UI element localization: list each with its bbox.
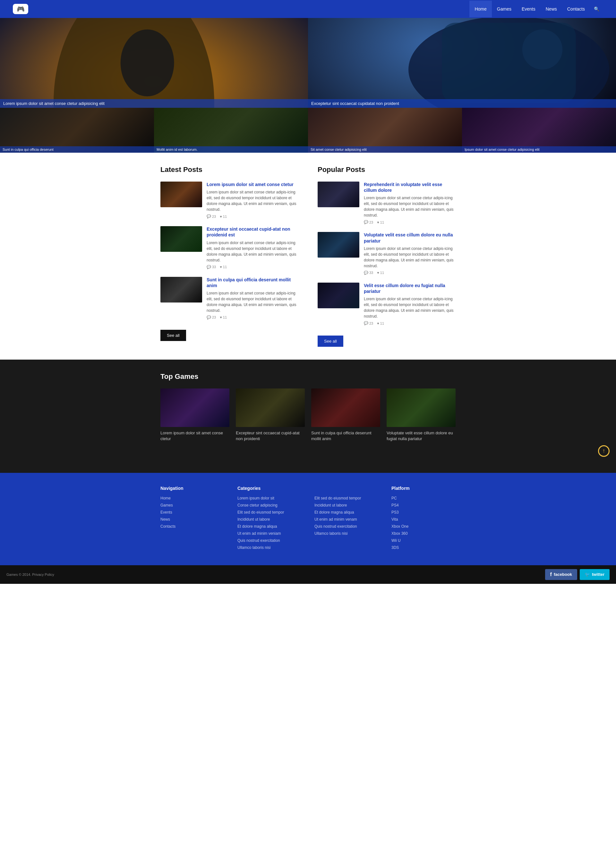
latest-post-item: Sunt in culpa qui officia deserunt molli…: [160, 277, 299, 319]
pop-excerpt-2: Lorem ipsum dolor sit amet conse ctetur …: [364, 246, 456, 269]
footer-cat2-link[interactable]: Elit sed do eiusmod tempor: [314, 496, 379, 500]
pop-content-1: Reprehenderit in voluptate velit esse ci…: [364, 182, 456, 224]
pop-title-2[interactable]: Voluptate velit esse cillum dolore eu nu…: [364, 232, 456, 244]
pop-title-3[interactable]: Velit esse cillum dolore eu fugiat nulla…: [364, 283, 456, 294]
twitter-button[interactable]: 🐦 twitter: [580, 569, 610, 580]
hero-item-1[interactable]: Lorem ipsum dolor sit amet conse ctetur …: [0, 18, 308, 108]
footer-nav-news[interactable]: News: [160, 517, 225, 522]
pop-thumb-2[interactable]: [317, 232, 359, 258]
post-excerpt-2: Lorem ipsum dolor sit amet conse ctetur …: [207, 240, 299, 263]
footer-bottom: Games © 2014. Privacy Policy f facebook …: [0, 565, 616, 584]
pop-excerpt-3: Lorem ipsum dolor sit amet conse ctetur …: [364, 296, 456, 319]
game-card-1[interactable]: Lorem ipsum dolor sit amet conse ctetur: [160, 388, 229, 442]
post-excerpt-1: Lorem ipsum dolor sit amet conse ctetur …: [207, 189, 299, 212]
footer-cat-link[interactable]: Incididunt ut labore: [237, 517, 302, 522]
pop-meta-2: 💬 33 ♥ 11: [364, 271, 456, 275]
post-content-3: Sunt in culpa qui officia deserunt molli…: [207, 277, 299, 319]
hero-small-caption-1: Sunt in culpa qui officia deserunt: [0, 146, 154, 153]
footer-navigation: Navigation Home Games Events News Contac…: [160, 485, 225, 552]
nav-contacts[interactable]: Contacts: [562, 1, 590, 17]
footer-cat-link[interactable]: Ut enim ad minim veniam: [237, 531, 302, 536]
footer-cat-link[interactable]: Lorem ipsum dolor sit: [237, 496, 302, 500]
like-count-1: ♥ 11: [220, 214, 227, 218]
nav-events[interactable]: Events: [517, 1, 541, 17]
facebook-label: facebook: [554, 572, 572, 577]
hero-small-1[interactable]: Sunt in culpa qui officia deserunt: [0, 108, 154, 153]
game-card-3[interactable]: Sunt in culpa qui officia deserunt molli…: [311, 388, 380, 442]
latest-posts-title: Latest Posts: [160, 165, 299, 174]
pop-like-count-1: ♥ 11: [377, 220, 384, 224]
post-title-3[interactable]: Sunt in culpa qui officia deserunt molli…: [207, 277, 299, 288]
footer-platform-xboxone[interactable]: Xbox One: [391, 524, 456, 529]
footer-platform-3ds[interactable]: 3DS: [391, 545, 456, 550]
post-title-2[interactable]: Excepteur sint occaecat cupid-atat non p…: [207, 226, 299, 238]
pop-comment-count-2: 💬 33: [364, 271, 373, 275]
footer-platform-wiiu[interactable]: Wii U: [391, 538, 456, 543]
game-card-2[interactable]: Excepteur sint occaecat cupid-atat non p…: [236, 388, 305, 442]
hero-small-4[interactable]: Ipsum dolor sit amet conse ctetur adipis…: [462, 108, 616, 153]
footer-nav-home[interactable]: Home: [160, 496, 225, 500]
hero-item-2[interactable]: Exceptetur sint occaecat cupidatat non p…: [308, 18, 616, 108]
post-thumb-3[interactable]: [160, 277, 202, 303]
popular-posts: Popular Posts Reprehenderit in voluptate…: [317, 165, 456, 347]
comment-count-3: 💬 23: [207, 315, 216, 319]
nav-news[interactable]: News: [541, 1, 562, 17]
footer-cat-link[interactable]: Quis nostrud exercitation: [237, 538, 302, 543]
facebook-button[interactable]: f facebook: [545, 569, 577, 580]
header: 🎮 Home Games Events News Contacts 🔍: [0, 0, 616, 18]
footer-cat2-link[interactable]: Incididunt ut labore: [314, 503, 379, 507]
nav-games[interactable]: Games: [492, 1, 517, 17]
hero-caption-1: Lorem ipsum dolor sit amet conse ctetur …: [0, 99, 308, 108]
footer-platform-xbox360[interactable]: Xbox 360: [391, 531, 456, 536]
footer-platform-vita[interactable]: Vita: [391, 517, 456, 522]
pop-meta-3: 💬 23 ♥ 11: [364, 321, 456, 325]
popular-posts-title: Popular Posts: [317, 165, 456, 174]
hero-caption-2: Exceptetur sint occaecat cupidatat non p…: [308, 99, 616, 108]
latest-see-all-button[interactable]: See all: [160, 330, 186, 341]
pop-excerpt-1: Lorem ipsum dolor sit amet conse ctetur …: [364, 195, 456, 218]
post-title-1[interactable]: Lorem ipsum dolor sit amet conse ctetur: [207, 182, 299, 187]
footer-platform-ps3[interactable]: PS3: [391, 510, 456, 515]
post-excerpt-3: Lorem ipsum dolor sit amet conse ctetur …: [207, 290, 299, 313]
svg-rect-6: [442, 23, 575, 103]
pop-thumb-1[interactable]: [317, 182, 359, 207]
pop-thumb-3[interactable]: [317, 283, 359, 308]
pop-like-count-3: ♥ 11: [377, 321, 384, 325]
footer-cat-link[interactable]: Elit sed do eiusmod tempor: [237, 510, 302, 515]
pop-content-3: Velit esse cillum dolore eu fugiat nulla…: [364, 283, 456, 325]
footer: Navigation Home Games Events News Contac…: [0, 473, 616, 584]
pop-like-count-2: ♥ 11: [377, 271, 384, 275]
nav-home[interactable]: Home: [469, 1, 492, 17]
footer-cat-title: Categories: [237, 485, 302, 491]
footer-cat-link[interactable]: Ullamco laboris nisi: [237, 545, 302, 550]
footer-cat2-link[interactable]: Ut enim ad minim venam: [314, 517, 379, 522]
post-thumb-2[interactable]: [160, 226, 202, 252]
footer-platform-ps4[interactable]: PS4: [391, 503, 456, 507]
scroll-top-button[interactable]: ↑: [598, 445, 610, 457]
footer-nav-events[interactable]: Events: [160, 510, 225, 515]
social-buttons: f facebook 🐦 twitter: [545, 569, 610, 580]
footer-cat2-link[interactable]: Et dolore magna aliqua: [314, 510, 379, 515]
footer-platform-pc[interactable]: PC: [391, 496, 456, 500]
top-games-title: Top Games: [160, 372, 456, 381]
footer-cat2-link[interactable]: Ullamco laboris nisi: [314, 531, 379, 536]
twitter-label: twitter: [592, 572, 605, 577]
footer-cat2-link[interactable]: Quis nostrud exercitation: [314, 524, 379, 529]
pop-title-1[interactable]: Reprehenderit in voluptate velit esse ci…: [364, 182, 456, 193]
search-icon[interactable]: 🔍: [590, 1, 603, 17]
footer-cat-link[interactable]: Et dolore magna aliqua: [237, 524, 302, 529]
scroll-top-area: ↑: [0, 442, 616, 460]
footer-nav-games[interactable]: Games: [160, 503, 225, 507]
hero-small-2[interactable]: Mollit anim id est laborum.: [154, 108, 308, 153]
game-card-4[interactable]: Voluptate velit esse cillum dolore eu fu…: [387, 388, 456, 442]
post-thumb-1[interactable]: [160, 182, 202, 207]
footer-platform: Platform PC PS4 PS3 Vita Xbox One Xbox 3…: [391, 485, 456, 552]
hero-small-row: Sunt in culpa qui officia deserunt Molli…: [0, 108, 616, 153]
footer-cat-link[interactable]: Conse ctetur adipiscing: [237, 503, 302, 507]
footer-nav-contacts[interactable]: Contacts: [160, 524, 225, 529]
hero-small-3[interactable]: Sit amet conse ctetur adipisicing elit: [308, 108, 462, 153]
latest-posts: Latest Posts Lorem ipsum dolor sit amet …: [160, 165, 299, 347]
footer-categories-2: - Elit sed do eiusmod tempor Incididunt …: [314, 485, 379, 552]
popular-see-all-button[interactable]: See all: [317, 336, 343, 347]
like-count-3: ♥ 11: [220, 315, 227, 319]
